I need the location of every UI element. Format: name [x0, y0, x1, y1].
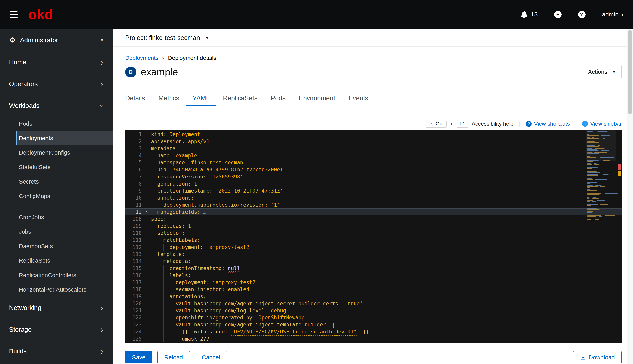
caret-down-icon: ▾: [206, 35, 208, 40]
page-title: example: [141, 66, 178, 78]
page-scrollbar[interactable]: [627, 29, 633, 364]
download-icon: [580, 354, 586, 360]
masthead: okd 13 + ? admin ▾: [0, 0, 633, 29]
code-line[interactable]: 114metadata:: [125, 258, 622, 265]
actions-button[interactable]: Actions ▾: [582, 65, 622, 78]
code-line[interactable]: 115creationTimestamp: null: [125, 265, 622, 272]
line-number: 116: [125, 272, 142, 279]
sidebar-item-networking[interactable]: Networking›: [0, 297, 113, 318]
code-line[interactable]: 116labels:: [125, 272, 622, 279]
sidebar-item-jobs[interactable]: Jobs: [0, 224, 113, 239]
fold-gutter: [142, 230, 151, 236]
sidebar-item-replicationcontrollers[interactable]: ReplicationControllers: [0, 268, 113, 282]
code-line[interactable]: 111matchLabels:: [125, 236, 622, 244]
tab-details[interactable]: Details: [119, 91, 152, 106]
line-number: 121: [125, 307, 142, 314]
code-line[interactable]: 8generation: 1: [125, 180, 622, 187]
tab-metrics[interactable]: Metrics: [152, 91, 186, 106]
sidebar-nav: ⚙ Administrator ▾ Home›Operators›Workloa…: [0, 29, 113, 364]
sidebar-item-horizontalpodautoscalers[interactable]: HorizontalPodAutoscalers: [0, 282, 113, 297]
yaml-editor[interactable]: 1kind: Deployment2apiVersion: apps/v13me…: [125, 130, 622, 344]
project-selector[interactable]: Project: finko-test-secman ▾: [113, 29, 633, 46]
chevron-right-icon: ›: [100, 325, 103, 334]
overview-ruler: [617, 130, 622, 344]
sidebar-item-configmaps[interactable]: ConfigMaps: [0, 189, 113, 203]
tab-events[interactable]: Events: [342, 91, 375, 106]
download-button[interactable]: Download: [573, 351, 622, 364]
tab-pods[interactable]: Pods: [264, 91, 292, 106]
user-menu[interactable]: admin ▾: [602, 11, 623, 18]
code-line[interactable]: 119annotations:: [125, 293, 622, 300]
sidebar-item-pods[interactable]: Pods: [0, 116, 113, 131]
code-line[interactable]: 11deployment.kubernetes.io/revision: '1': [125, 201, 622, 208]
fold-gutter: [142, 335, 151, 342]
sidebar-item-home[interactable]: Home›: [0, 51, 113, 73]
code-line[interactable]: 5namespace: finko-test-secman: [125, 159, 622, 166]
fold-gutter: [142, 279, 151, 286]
code-line[interactable]: 112deployment: iamproxy-test2: [125, 244, 622, 251]
code-line[interactable]: 4name: example: [125, 152, 622, 159]
minimap[interactable]: [586, 130, 616, 344]
code-line[interactable]: 12›managedFields: …: [125, 208, 622, 216]
sidebar-item-secrets[interactable]: Secrets: [0, 174, 113, 189]
scrollbar-thumb[interactable]: [628, 30, 632, 114]
fold-gutter: [142, 244, 151, 251]
sidebar-item-cronjobs[interactable]: CronJobs: [0, 210, 113, 224]
reload-button[interactable]: Reload: [157, 351, 190, 364]
fold-collapsed-icon[interactable]: ›: [142, 208, 151, 216]
cancel-button[interactable]: Cancel: [195, 351, 227, 364]
tab-environment[interactable]: Environment: [292, 91, 342, 106]
code-line[interactable]: 113template:: [125, 251, 622, 258]
save-button[interactable]: Save: [125, 351, 152, 364]
code-line[interactable]: 7resourceVersion: '125659398': [125, 173, 622, 180]
view-shortcuts-link[interactable]: ? View shortcuts: [526, 121, 570, 127]
code-line[interactable]: 108spec:: [125, 216, 622, 222]
deployment-resource-badge: D: [125, 66, 136, 78]
sidebar-item-operators[interactable]: Operators›: [0, 73, 113, 95]
line-number: 115: [125, 265, 142, 272]
code-line[interactable]: 10annotations:: [125, 194, 622, 201]
code-line[interactable]: 109replicas: 1: [125, 222, 622, 230]
tab-replicasets[interactable]: ReplicaSets: [216, 91, 264, 106]
help-question-circle-icon[interactable]: ?: [578, 11, 586, 18]
fold-gutter: [142, 222, 151, 230]
breadcrumb: Deployments › Deployment details: [125, 55, 622, 61]
perspective-label: Administrator: [20, 36, 58, 44]
sidebar-item-deploymentconfigs[interactable]: DeploymentConfigs: [0, 146, 113, 160]
editor-shortcuts-bar: ⌥ Opt + F1 Accessibility help | ? View s…: [125, 120, 622, 128]
code-line[interactable]: 6uid: 74650a58-a1a3-4799-81b2-f2ccfb3200…: [125, 166, 622, 173]
code-line[interactable]: 9creationTimestamp: '2022-10-21T07:47:31…: [125, 187, 622, 194]
caret-down-icon: ▾: [613, 70, 615, 74]
notifications-button[interactable]: 13: [521, 11, 538, 18]
code-line[interactable]: 110selector:: [125, 230, 622, 236]
perspective-switcher[interactable]: ⚙ Administrator ▾: [0, 29, 113, 51]
sidebar-item-workloads[interactable]: Workloads›: [0, 95, 113, 116]
code-line[interactable]: 3metadata:: [125, 145, 622, 152]
line-number: 111: [125, 236, 142, 244]
fold-gutter: [142, 152, 151, 159]
add-plus-circle-icon[interactable]: +: [554, 11, 562, 18]
sidebar-item-daemonsets[interactable]: DaemonSets: [0, 239, 113, 254]
view-sidebar-link[interactable]: i View sidebar: [582, 121, 622, 127]
code-line[interactable]: 124{{- with secret "DEV/AUTH/SC/KV/OSE.t…: [125, 328, 622, 335]
sidebar-item-replicasets[interactable]: ReplicaSets: [0, 254, 113, 268]
tab-yaml[interactable]: YAML: [186, 91, 216, 106]
code-line[interactable]: 2apiVersion: apps/v1: [125, 138, 622, 145]
breadcrumb-deployments-link[interactable]: Deployments: [125, 55, 158, 61]
sidebar-item-statefulsets[interactable]: StatefulSets: [0, 160, 113, 174]
code-line[interactable]: 118secman-injector: enabled: [125, 286, 622, 293]
code-line[interactable]: 121vault.hashicorp.com/log-level: debug: [125, 307, 622, 314]
nav-toggle-icon[interactable]: [10, 11, 18, 18]
code-line[interactable]: 125umask 277: [125, 335, 622, 342]
code-line[interactable]: 117deployment: iamproxy-test2: [125, 279, 622, 286]
code-line[interactable]: 123vault.hashicorp.com/agent-inject-temp…: [125, 321, 622, 328]
sidebar-item-builds[interactable]: Builds›: [0, 340, 113, 362]
code-line[interactable]: 1kind: Deployment: [125, 131, 622, 138]
editor-footer: Save Reload Cancel Download: [125, 351, 622, 364]
sidebar-item-storage[interactable]: Storage›: [0, 318, 113, 340]
sidebar-item-deployments[interactable]: Deployments: [16, 131, 113, 146]
fold-gutter: [142, 138, 151, 145]
code-line[interactable]: 120vault.hashicorp.com/agent-inject-secr…: [125, 300, 622, 307]
code-line[interactable]: 122openshift.io/generated-by: OpenShiftN…: [125, 314, 622, 321]
error-marker: [618, 164, 621, 170]
